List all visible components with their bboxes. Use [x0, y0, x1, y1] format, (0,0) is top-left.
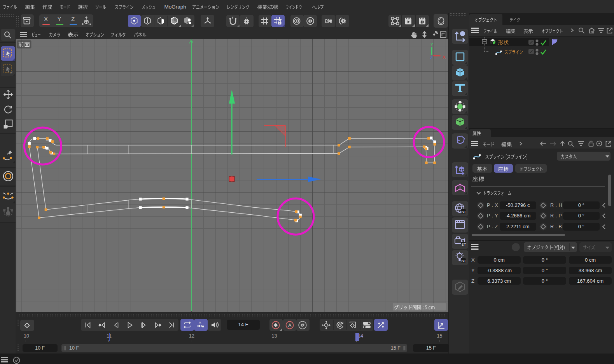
svg-text:Z: Z	[430, 55, 433, 60]
svg-text:A: A	[199, 320, 201, 325]
svg-text:Y: Y	[430, 42, 434, 47]
svg-text:A: A	[288, 322, 292, 328]
svg-text:ST: ST	[462, 259, 466, 263]
svg-text:ST: ST	[462, 210, 466, 214]
svg-text:ST: ST	[462, 242, 466, 247]
svg-text:X: X	[443, 55, 446, 60]
